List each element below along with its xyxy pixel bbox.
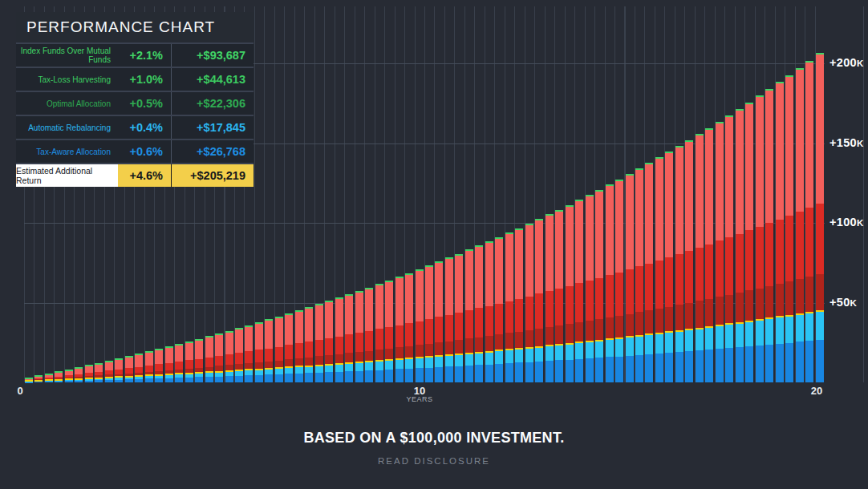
bar[interactable]	[245, 325, 253, 382]
bar-segment	[225, 354, 233, 365]
y-axis-label: +150K	[829, 136, 863, 149]
bar[interactable]	[566, 204, 574, 382]
bar[interactable]	[816, 53, 824, 382]
bar-segment	[425, 344, 433, 356]
bar-segment	[435, 342, 443, 355]
bar[interactable]	[416, 269, 424, 382]
bar[interactable]	[635, 168, 643, 382]
bar[interactable]	[34, 375, 43, 382]
bar[interactable]	[45, 374, 53, 382]
bar[interactable]	[575, 200, 583, 382]
bar[interactable]	[255, 322, 263, 382]
bar[interactable]	[615, 180, 623, 382]
bar[interactable]	[435, 261, 443, 382]
bar[interactable]	[485, 241, 493, 382]
bar[interactable]	[685, 140, 693, 382]
bar[interactable]	[95, 362, 103, 382]
bar[interactable]	[285, 313, 293, 382]
bar[interactable]	[345, 294, 353, 382]
bar[interactable]	[105, 361, 113, 382]
bar[interactable]	[736, 109, 744, 382]
bar[interactable]	[725, 115, 733, 382]
bar[interactable]	[505, 232, 513, 382]
bar[interactable]	[465, 249, 473, 382]
bar[interactable]	[385, 281, 393, 382]
bar[interactable]	[185, 341, 193, 382]
bar[interactable]	[115, 358, 123, 382]
bar[interactable]	[525, 224, 533, 382]
bar[interactable]	[85, 365, 93, 382]
bar[interactable]	[365, 288, 373, 382]
bar[interactable]	[745, 103, 753, 382]
bar[interactable]	[405, 273, 413, 382]
bar[interactable]	[785, 75, 793, 382]
bar[interactable]	[65, 370, 73, 383]
bar[interactable]	[595, 190, 603, 382]
bar[interactable]	[555, 210, 563, 383]
bar[interactable]	[195, 339, 203, 382]
bar-segment	[655, 159, 663, 260]
bar[interactable]	[796, 68, 804, 382]
bar[interactable]	[765, 89, 773, 382]
bar[interactable]	[475, 245, 483, 382]
bar-segment	[765, 223, 773, 286]
bar[interactable]	[315, 304, 323, 382]
bar-segment	[615, 357, 623, 383]
bar[interactable]	[425, 265, 433, 382]
bar[interactable]	[645, 163, 653, 382]
bar-segment	[485, 365, 493, 382]
bar-segment	[765, 286, 773, 317]
bar[interactable]	[25, 378, 33, 382]
bar[interactable]	[705, 128, 713, 383]
bar[interactable]	[375, 284, 383, 382]
bar-segment	[155, 364, 163, 370]
legend-rows: Index Funds Over Mutual Funds+2.1%+$93,6…	[16, 44, 254, 163]
bar-segment	[245, 351, 253, 363]
bar[interactable]	[305, 307, 313, 382]
bar[interactable]	[395, 277, 404, 382]
bar[interactable]	[445, 257, 453, 382]
bar[interactable]	[535, 219, 543, 382]
bar[interactable]	[696, 134, 704, 382]
bar[interactable]	[655, 157, 663, 382]
bar[interactable]	[355, 291, 363, 382]
bar[interactable]	[626, 174, 634, 382]
bar-segment	[535, 293, 543, 328]
bar[interactable]	[335, 297, 343, 382]
bar[interactable]	[165, 346, 173, 382]
bar[interactable]	[665, 152, 673, 382]
bar-segment	[736, 324, 744, 347]
bar[interactable]	[265, 319, 273, 382]
bar[interactable]	[155, 349, 163, 382]
bar[interactable]	[235, 328, 243, 382]
bar[interactable]	[225, 331, 233, 382]
read-disclosure-link[interactable]: READ DISCLOSURE	[0, 456, 868, 466]
bar[interactable]	[295, 310, 303, 382]
bar[interactable]	[175, 344, 183, 382]
bar-segment	[776, 344, 784, 382]
bar[interactable]	[275, 317, 283, 382]
bar[interactable]	[215, 333, 223, 382]
bar[interactable]	[716, 122, 724, 382]
bar[interactable]	[145, 351, 153, 382]
bar[interactable]	[135, 354, 143, 382]
bar-segment	[215, 335, 223, 356]
bar[interactable]	[805, 61, 813, 382]
bar[interactable]	[205, 336, 213, 382]
bar[interactable]	[776, 82, 784, 382]
bar[interactable]	[586, 195, 594, 382]
bar[interactable]	[75, 367, 83, 382]
bar[interactable]	[55, 371, 63, 382]
bar[interactable]	[546, 214, 554, 382]
bar[interactable]	[495, 237, 503, 382]
bar[interactable]	[756, 95, 764, 382]
bar-segment	[325, 366, 333, 372]
legend-row-percent: +0.4%	[118, 121, 171, 134]
bar-segment	[225, 333, 233, 355]
bar[interactable]	[325, 301, 333, 382]
bar[interactable]	[455, 253, 463, 382]
bar[interactable]	[515, 228, 523, 382]
bar[interactable]	[675, 146, 683, 382]
bar[interactable]	[125, 356, 133, 382]
bar[interactable]	[606, 184, 614, 382]
